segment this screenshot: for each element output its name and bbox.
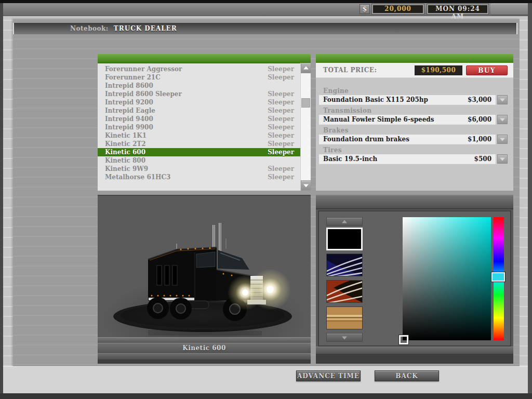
- option-dropdown[interactable]: Foundation drum brakes$1,000: [319, 135, 496, 144]
- screen-frame-left: [0, 3, 3, 399]
- truck-list-item[interactable]: Forerunner 21CSleeper: [98, 73, 300, 82]
- option-group: EngineFoundation Basic X115 205hp$3,000: [316, 87, 513, 106]
- truck-list-item[interactable]: Intrepid 8600: [98, 82, 300, 90]
- preview-panel-base: [98, 360, 311, 364]
- chevron-down-icon: [500, 157, 505, 161]
- truck-list-item[interactable]: Forerunner AggressorSleeper: [98, 65, 300, 73]
- option-price: $3,000: [468, 95, 491, 104]
- truck-list-header-bar: [98, 54, 311, 63]
- truck-name: Intrepid 8600 Sleeper: [105, 90, 182, 98]
- paint-panel-base: [316, 354, 513, 364]
- truck-list-item[interactable]: Kinetic 1K1Sleeper: [98, 131, 300, 140]
- arrow-up-icon: [303, 66, 309, 70]
- truck-cab-type: Sleeper: [268, 148, 294, 156]
- preview-caption-bottom-bar: [98, 353, 311, 360]
- truck-list-item[interactable]: Intrepid 9900Sleeper: [98, 123, 300, 131]
- option-group: TransmissionManual Fowler Simple 6-speed…: [316, 107, 513, 126]
- swatch-scroll-down-button[interactable]: [326, 333, 363, 342]
- truck-name: Metalhorse 61HC3: [105, 173, 170, 181]
- scroll-up-button[interactable]: [301, 63, 311, 73]
- dropdown-arrow-button[interactable]: [497, 95, 508, 104]
- option-value: Foundation drum brakes: [323, 135, 409, 144]
- buy-button[interactable]: BUY: [466, 65, 508, 75]
- option-label: Transmission: [323, 107, 371, 114]
- paint-picker-area: [318, 210, 511, 347]
- total-price-row: TOTAL PRICE: $190,500 BUY: [316, 63, 513, 78]
- hue-bar[interactable]: [494, 217, 504, 340]
- chevron-down-icon: [500, 98, 505, 101]
- option-dropdown[interactable]: Basic 19.5-inch$500: [319, 154, 496, 164]
- paint-swatch-navy-white-stripes[interactable]: [326, 254, 363, 276]
- option-label: Tires: [323, 147, 342, 154]
- chevron-down-icon: [500, 138, 505, 141]
- truck-cab-type: Sleeper: [268, 131, 294, 140]
- truck-name: Forerunner Aggressor: [105, 65, 182, 73]
- option-price: $6,000: [468, 115, 491, 124]
- dropdown-arrow-button[interactable]: [497, 135, 508, 144]
- truck-list-item[interactable]: Kinetic 600Sleeper: [98, 148, 300, 156]
- option-dropdown[interactable]: Foundation Basic X115 205hp$3,000: [319, 95, 496, 104]
- truck-name: Kinetic 600: [105, 148, 145, 156]
- truck-list-item[interactable]: Kinetic 2T2Sleeper: [98, 140, 300, 148]
- option-value: Basic 19.5-inch: [323, 154, 377, 164]
- total-price-label: TOTAL PRICE:: [323, 63, 377, 78]
- arrow-down-icon: [342, 336, 347, 339]
- option-group: BrakesFoundation drum brakes$1,000: [316, 127, 513, 145]
- paint-panel: [316, 195, 513, 364]
- chevron-down-icon: [500, 118, 505, 121]
- truck-list-item[interactable]: Intrepid 8600 SleeperSleeper: [98, 90, 300, 98]
- option-dropdown[interactable]: Manual Fowler Simple 6-speeds$6,000: [319, 115, 496, 124]
- truck-dealer-screen: $ 20,000 MON 09:24 AM Notebook:TRUCK DEA…: [0, 0, 532, 399]
- truck-cab-type: Sleeper: [268, 98, 294, 107]
- option-value: Manual Fowler Simple 6-speeds: [323, 115, 434, 124]
- arrow-up-icon: [342, 220, 347, 223]
- hue-slider[interactable]: [491, 272, 505, 282]
- option-price: $1,000: [468, 135, 491, 144]
- truck-cab-type: Sleeper: [268, 65, 294, 73]
- swatch-scroll-up-button[interactable]: [326, 217, 363, 226]
- truck-list-item[interactable]: Kinetic 800: [98, 156, 300, 165]
- screen-frame-top: [0, 0, 532, 3]
- truck-list-item[interactable]: Intrepid EagleSleeper: [98, 107, 300, 115]
- truck-preview-stage: [98, 196, 311, 337]
- paint-panel-bottom-bar: [316, 347, 513, 354]
- paint-swatch-red-white-stripes[interactable]: [326, 280, 363, 303]
- total-price-value: $190,500: [415, 65, 462, 75]
- option-group: TiresBasic 19.5-inch$500: [316, 147, 513, 165]
- scroll-down-button[interactable]: [301, 180, 311, 191]
- truck-name: Intrepid 8600: [105, 82, 153, 90]
- truck-config-panel: TOTAL PRICE: $190,500 BUY EngineFoundati…: [316, 54, 513, 191]
- notebook-label: Notebook:: [70, 25, 109, 32]
- config-header-bar: [316, 54, 513, 63]
- arrow-down-icon: [303, 184, 309, 187]
- dropdown-arrow-button[interactable]: [497, 154, 508, 164]
- screen-frame-bottom: [0, 393, 532, 399]
- paint-swatch-tan-horizontal-bands[interactable]: [326, 307, 363, 329]
- top-status-bar: $ 20,000 MON 09:24 AM: [3, 3, 528, 16]
- option-label: Engine: [323, 87, 349, 95]
- truck-cab-type: Sleeper: [268, 107, 294, 115]
- truck-list-item[interactable]: Intrepid 9200Sleeper: [98, 98, 300, 107]
- dropdown-arrow-button[interactable]: [497, 115, 508, 124]
- truck-preview-panel: Kinetic 600: [98, 195, 311, 364]
- back-button[interactable]: BACK: [375, 370, 439, 381]
- page-title: TRUCK DEALER: [114, 25, 177, 32]
- advance-time-button[interactable]: ADVANCE TIME: [296, 370, 361, 381]
- paint-panel-titlebar: [316, 195, 513, 209]
- truck-list-item[interactable]: Kinetic 9W9Sleeper: [98, 165, 300, 173]
- paint-swatch-solid-black[interactable]: [326, 228, 363, 250]
- saturation-value-picker[interactable]: [403, 217, 491, 340]
- preview-caption: Kinetic 600: [98, 343, 311, 353]
- footer-bar: ADVANCE TIME BACK: [0, 366, 532, 393]
- truck-name: Kinetic 2T2: [105, 140, 146, 148]
- scrollbar-thumb[interactable]: [301, 98, 310, 108]
- truck-name: Intrepid 9400: [105, 115, 153, 123]
- truck-cab-type: Sleeper: [268, 140, 294, 148]
- option-price: $500: [474, 154, 491, 164]
- color-picker-cursor[interactable]: [399, 335, 408, 344]
- truck-render: [99, 198, 310, 336]
- notebook-header: Notebook:TRUCK DEALER: [13, 23, 517, 34]
- truck-list-item[interactable]: Intrepid 9400Sleeper: [98, 115, 300, 123]
- truck-list-item[interactable]: Metalhorse 61HC3Sleeper: [98, 173, 300, 181]
- truck-list-scrollbar[interactable]: [300, 63, 311, 191]
